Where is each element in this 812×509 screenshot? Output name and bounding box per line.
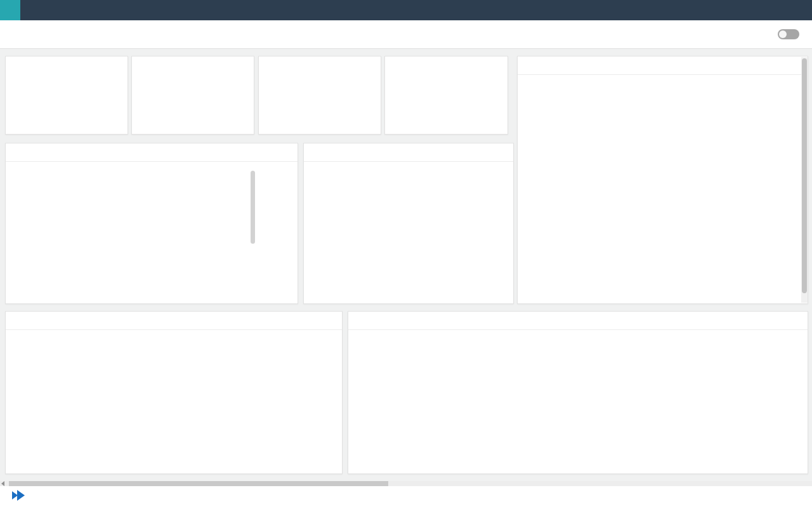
kpi-card-mean-mhr (384, 56, 508, 135)
scrollbar-thumb[interactable] (802, 58, 807, 293)
vertical-scrollbar[interactable] (251, 171, 255, 244)
auto-update-toggle[interactable] (778, 29, 799, 39)
panel-header (6, 312, 342, 330)
sixpack-report-chart (518, 74, 800, 303)
minitab-footer-logo (9, 490, 29, 501)
panel-header (304, 143, 513, 162)
kpi-label (132, 56, 254, 74)
sixpack-analysis-panel (517, 56, 808, 304)
kpi-label (259, 56, 381, 74)
page-footer (0, 486, 812, 509)
kpi-label (385, 56, 508, 74)
imr-chart-panel (348, 311, 808, 474)
imr-chart (348, 329, 808, 470)
kpi-card-mean-age (5, 56, 128, 135)
kpi-card-mean-chol (258, 56, 381, 135)
scroll-left-arrow-icon[interactable] (1, 481, 4, 486)
statistics-section (13, 336, 336, 342)
correlogram-heatmap (6, 161, 292, 303)
panel-header (348, 312, 808, 330)
statistics-analysis-panel (5, 311, 343, 474)
top-navbar (0, 0, 812, 20)
minitab-chevron-icon (12, 490, 26, 501)
header-right-controls (771, 20, 806, 48)
kpi-card-mean-rbp (131, 56, 254, 135)
horizontal-scrollbar[interactable] (0, 481, 812, 486)
page-header (0, 20, 812, 49)
panel-header (518, 56, 808, 75)
kpi-label (6, 56, 128, 74)
scrollbar-thumb[interactable] (9, 481, 388, 486)
toggle-knob (779, 30, 787, 38)
vertical-scrollbar[interactable] (801, 57, 808, 303)
bar-chart-panel (303, 143, 514, 304)
app (0, 0, 812, 509)
panel-header (6, 143, 298, 162)
heart-disease-bar-chart (304, 161, 513, 303)
correlogram-panel (5, 143, 298, 304)
minitab-connect-logo-icon (0, 0, 20, 20)
